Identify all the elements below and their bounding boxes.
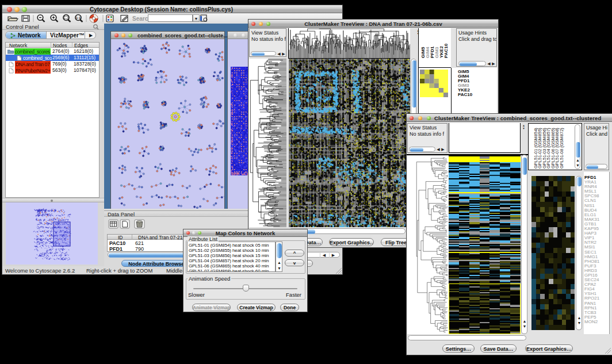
svg-text:1:1: 1:1	[76, 16, 81, 20]
